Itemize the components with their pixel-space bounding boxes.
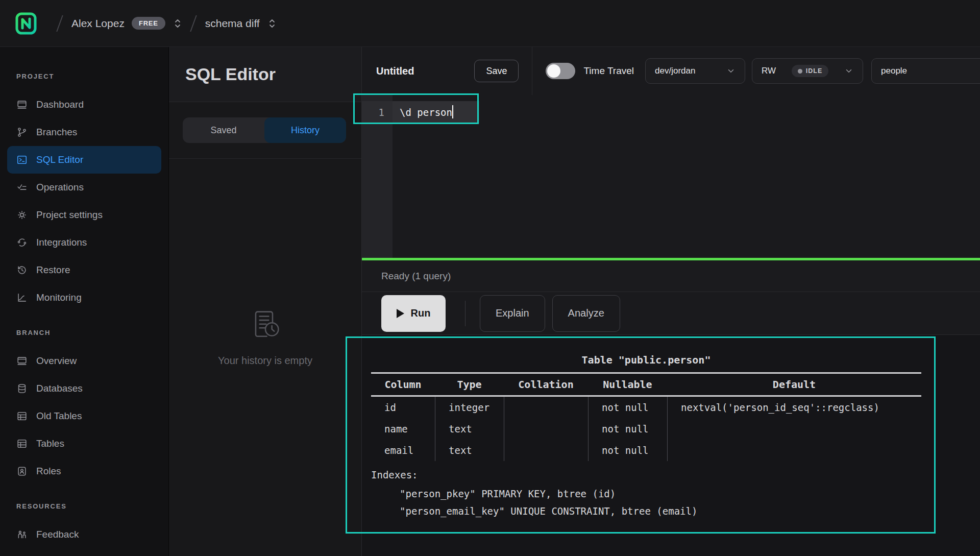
- sidebar-item-label: Integrations: [36, 237, 87, 248]
- breadcrumb-separator: [56, 15, 63, 32]
- compute-mode: RW: [762, 66, 776, 76]
- table-row: email text not null: [371, 440, 921, 461]
- cell-type: text: [435, 418, 504, 440]
- sidebar-item-dashboard[interactable]: Dashboard: [7, 91, 161, 118]
- table-row: id integer not null nextval('person_id_s…: [371, 397, 921, 418]
- chart-line-icon: [16, 292, 28, 303]
- sidebar-item-old-tables[interactable]: Old Tables: [7, 402, 161, 430]
- compute-status-text: IDLE: [806, 67, 822, 75]
- time-travel-toggle[interactable]: [546, 63, 575, 79]
- explain-button[interactable]: Explain: [480, 295, 545, 332]
- chevron-down-icon: [844, 66, 853, 76]
- project-selector-icon[interactable]: [268, 18, 276, 29]
- sidebar-item-integrations[interactable]: Integrations: [7, 229, 161, 256]
- sidebar: PROJECT Dashboard Branches SQL Edit: [0, 47, 168, 556]
- editor-header: Untitled Save Time Travel dev/jordan RW …: [362, 47, 980, 95]
- sidebar-section-project: PROJECT: [0, 72, 168, 83]
- gear-icon: [16, 209, 28, 221]
- people-icon: [16, 529, 28, 540]
- line-number: 1: [362, 101, 393, 124]
- breadcrumb-project[interactable]: schema diff: [205, 17, 260, 30]
- run-button[interactable]: Run: [381, 295, 446, 332]
- cell-type: integer: [435, 397, 504, 418]
- cell-type: text: [435, 440, 504, 461]
- database-select-value: people: [881, 66, 907, 76]
- cell-collation: [504, 440, 588, 461]
- empty-history-document-clock-icon: [249, 308, 282, 342]
- sidebar-item-restore[interactable]: Restore: [7, 256, 161, 284]
- query-results: Table "public.person" Column Type Collat…: [362, 335, 980, 556]
- column-header: Collation: [504, 378, 588, 391]
- indexes-label: Indexes:: [371, 465, 921, 485]
- sidebar-item-sql-editor[interactable]: SQL Editor: [7, 146, 161, 174]
- sidebar-item-overview[interactable]: Overview: [7, 347, 161, 375]
- sidebar-item-label: Monitoring: [36, 292, 82, 303]
- history-panel-header: SQL Editor: [169, 47, 361, 102]
- time-travel-label: Time Travel: [583, 65, 634, 77]
- result-table-title: Table "public.person": [371, 352, 921, 368]
- plan-badge: FREE: [132, 17, 165, 30]
- branch-select[interactable]: dev/jordan: [645, 58, 745, 84]
- org-selector-icon[interactable]: [174, 18, 182, 29]
- toggle-knob: [547, 64, 560, 78]
- history-panel: SQL Editor Saved History Your history is…: [168, 47, 361, 556]
- sidebar-item-label: Dashboard: [36, 99, 84, 110]
- cell-collation: [504, 418, 588, 440]
- sidebar-item-label: Feedback: [36, 529, 79, 540]
- play-icon: [397, 309, 404, 318]
- breadcrumb-org[interactable]: Alex Lopez: [71, 17, 125, 30]
- compute-select[interactable]: RW IDLE: [752, 58, 863, 84]
- database-icon: [16, 383, 28, 394]
- sidebar-item-label: Roles: [36, 466, 61, 477]
- code-string: \d person: [400, 107, 452, 118]
- chevron-down-icon: [726, 66, 736, 76]
- sidebar-item-label: Tables: [36, 438, 64, 449]
- sql-editor-panel: Untitled Save Time Travel dev/jordan RW …: [361, 47, 980, 556]
- code-editor[interactable]: 1 \d person: [362, 95, 980, 258]
- sidebar-item-feedback[interactable]: Feedback: [7, 521, 161, 548]
- header-divider: [532, 47, 532, 95]
- empty-history-text: Your history is empty: [218, 355, 312, 367]
- sidebar-item-label: Restore: [36, 264, 70, 276]
- index-line: "person_email_key" UNIQUE CONSTRAINT, bt…: [371, 502, 921, 520]
- top-bar: Alex Lopez FREE schema diff: [0, 0, 980, 47]
- sidebar-item-label: Old Tables: [36, 410, 82, 422]
- analyze-button[interactable]: Analyze: [552, 295, 620, 332]
- sidebar-item-monitoring[interactable]: Monitoring: [7, 284, 161, 311]
- table-icon: [16, 438, 28, 449]
- query-tab-title[interactable]: Untitled: [376, 65, 414, 77]
- sidebar-section-resources: RESOURCES: [0, 502, 168, 513]
- status-dot-icon: [798, 69, 802, 74]
- sidebar-item-label: Overview: [36, 355, 77, 367]
- column-header: Column: [371, 378, 435, 391]
- code-text[interactable]: \d person: [393, 101, 479, 124]
- table-icon: [16, 410, 28, 422]
- cell-column: name: [371, 418, 435, 440]
- code-line-1[interactable]: 1 \d person: [362, 101, 479, 124]
- sidebar-item-databases[interactable]: Databases: [7, 375, 161, 402]
- cell-default: nextval('person_id_seq'::regclass): [667, 397, 921, 418]
- result-table-header: Column Type Collation Nullable Default: [371, 374, 921, 395]
- branch-select-value: dev/jordan: [655, 66, 695, 76]
- sidebar-item-project-settings[interactable]: Project settings: [7, 201, 161, 229]
- sidebar-item-label: Databases: [36, 383, 83, 394]
- page-title: SQL Editor: [185, 64, 276, 84]
- breadcrumb-separator: [190, 15, 197, 32]
- sidebar-item-roles[interactable]: Roles: [7, 457, 161, 485]
- sidebar-item-label: Operations: [36, 182, 84, 193]
- operations-icon: [16, 182, 28, 193]
- cell-default: [667, 440, 921, 461]
- database-select[interactable]: people: [871, 58, 980, 84]
- save-button[interactable]: Save: [474, 60, 519, 82]
- cell-collation: [504, 397, 588, 418]
- column-header: Nullable: [588, 378, 667, 391]
- sidebar-item-operations[interactable]: Operations: [7, 174, 161, 201]
- sidebar-item-tables[interactable]: Tables: [7, 430, 161, 457]
- neon-logo-icon[interactable]: [15, 12, 37, 35]
- cell-nullable: not null: [588, 440, 667, 461]
- sidebar-item-branches[interactable]: Branches: [7, 118, 161, 146]
- actions-divider: [465, 301, 465, 326]
- dashboard-icon: [16, 99, 28, 110]
- psql-output: Table "public.person" Column Type Collat…: [371, 352, 921, 520]
- table-row: name text not null: [371, 418, 921, 440]
